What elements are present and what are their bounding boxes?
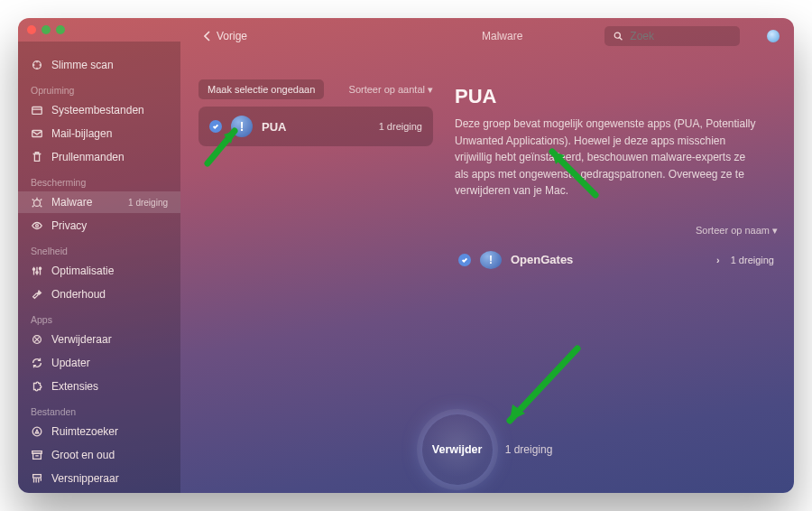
back-button[interactable]: Vorige (204, 30, 247, 42)
deselect-all-button[interactable]: Maak selectie ongedaan (198, 79, 324, 99)
detection-checkbox[interactable] (458, 254, 471, 266)
action-footer: Verwijder 1 dreiging (180, 413, 794, 486)
alert-icon: ! (480, 251, 502, 269)
detection-row[interactable]: ! OpenGates › 1 dreiging (455, 246, 778, 274)
remove-button[interactable]: Verwijder (422, 414, 493, 485)
back-label: Vorige (217, 30, 247, 42)
footer-count: 1 dreiging (505, 443, 553, 456)
zoom-window-button[interactable] (56, 25, 65, 34)
uninstall-icon (31, 333, 43, 346)
breadcrumb: Malware (482, 30, 522, 42)
sliders-icon (31, 265, 43, 277)
sidebar-item-label: Updater (51, 357, 90, 369)
sidebar-section-cleanup: Opruiming (18, 78, 180, 98)
sidebar-item-label: Extensies (51, 380, 98, 393)
refresh-icon (31, 357, 43, 369)
detection-meta: › 1 dreiging (716, 255, 774, 265)
sort-detections-button[interactable]: Sorteer op naam ▾ (455, 225, 778, 237)
sidebar-section-apps: Apps (18, 307, 180, 327)
group-name: PUA (262, 120, 286, 134)
sidebar-section-protection: Bescherming (18, 170, 180, 190)
trash-icon (31, 151, 43, 163)
sidebar-item-label: Privacy (51, 219, 87, 232)
sidebar-item-label: Verwijderaar (51, 333, 112, 346)
sidebar-item-spacelens[interactable]: Ruimtezoeker (18, 421, 180, 442)
box-icon (31, 104, 43, 116)
eye-icon (31, 219, 43, 232)
sidebar-item-label: Versnipperaar (51, 472, 119, 485)
group-count: 1 dreiging (379, 121, 422, 132)
chevron-left-icon (204, 31, 211, 42)
detection-name: OpenGates (511, 253, 573, 266)
sidebar: Slimme scan Opruiming Systeembestanden M… (18, 42, 180, 493)
sidebar-item-label: Optimalisatie (51, 265, 114, 277)
sidebar-item-updater[interactable]: Updater (18, 352, 180, 374)
puzzle-icon (31, 380, 43, 393)
sidebar-item-label: Prullenmanden (51, 151, 125, 163)
sidebar-item-trash[interactable]: Prullenmanden (18, 146, 180, 168)
sidebar-item-malware[interactable]: Malware1 dreiging (18, 191, 180, 213)
sidebar-item-label: Ruimtezoeker (51, 425, 118, 438)
detection-count: 1 dreiging (731, 255, 774, 265)
svg-point-11 (32, 427, 42, 436)
main-content: Maak selectie ongedaan Sorteer op aantal… (180, 42, 794, 493)
sort-groups-button[interactable]: Sorteer op aantal ▾ (349, 84, 433, 96)
svg-rect-3 (32, 107, 42, 115)
shred-icon (31, 472, 43, 485)
svg-line-1 (620, 38, 623, 41)
sidebar-item-label: Groot en oud (51, 449, 115, 461)
svg-rect-4 (32, 131, 42, 137)
chevron-right-icon: › (716, 255, 720, 265)
svg-rect-14 (33, 475, 42, 478)
sidebar-item-largeold[interactable]: Groot en oud (18, 444, 180, 466)
svg-point-6 (36, 225, 39, 228)
sidebar-section-files: Bestanden (18, 399, 180, 419)
sidebar-item-extensions[interactable]: Extensies (18, 376, 180, 397)
svg-point-0 (614, 33, 620, 38)
archive-icon (31, 449, 43, 461)
mail-icon (31, 127, 43, 140)
sidebar-item-label: Mail-bijlagen (51, 127, 112, 140)
compass-icon (31, 425, 43, 438)
app-window: Vorige Malware Slimme scan Opruiming Sys… (18, 18, 794, 493)
sidebar-item-label: Onderhoud (51, 288, 106, 301)
wrench-icon (31, 288, 43, 301)
svg-point-5 (34, 200, 41, 206)
group-controls: Maak selectie ongedaan Sorteer op aantal… (198, 79, 433, 99)
detail-description: Deze groep bevat mogelijk ongewenste app… (455, 116, 761, 200)
sidebar-item-optimization[interactable]: Optimalisatie (18, 260, 180, 282)
sidebar-badge: 1 dreiging (128, 198, 168, 208)
sidebar-section-speed: Snelheid (18, 238, 180, 258)
sidebar-item-shredder[interactable]: Versnipperaar (18, 468, 180, 489)
search-input[interactable] (630, 30, 731, 42)
minimize-window-button[interactable] (42, 25, 51, 34)
sidebar-item-label: Slimme scan (51, 59, 114, 71)
sidebar-item-mail[interactable]: Mail-bijlagen (18, 123, 180, 144)
scan-icon (31, 59, 43, 71)
group-checkbox[interactable] (209, 120, 222, 133)
bug-icon (31, 196, 43, 209)
sidebar-item-label: Malware (51, 196, 92, 209)
sidebar-item-label: Systeembestanden (51, 104, 144, 116)
sidebar-item-systemjunk[interactable]: Systeembestanden (18, 99, 180, 121)
sidebar-item-smartscan[interactable]: Slimme scan (18, 54, 180, 76)
alert-icon: ! (231, 116, 253, 137)
search-icon (614, 31, 623, 42)
account-avatar[interactable] (767, 30, 780, 42)
sidebar-item-maintenance[interactable]: Onderhoud (18, 283, 180, 305)
sidebar-item-uninstaller[interactable]: Verwijderaar (18, 329, 180, 350)
close-window-button[interactable] (27, 25, 36, 34)
detail-title: PUA (455, 85, 778, 108)
sidebar-item-privacy[interactable]: Privacy (18, 215, 180, 237)
threat-group-row[interactable]: ! PUA 1 dreiging (198, 107, 433, 146)
app-body: Slimme scan Opruiming Systeembestanden M… (18, 42, 794, 493)
